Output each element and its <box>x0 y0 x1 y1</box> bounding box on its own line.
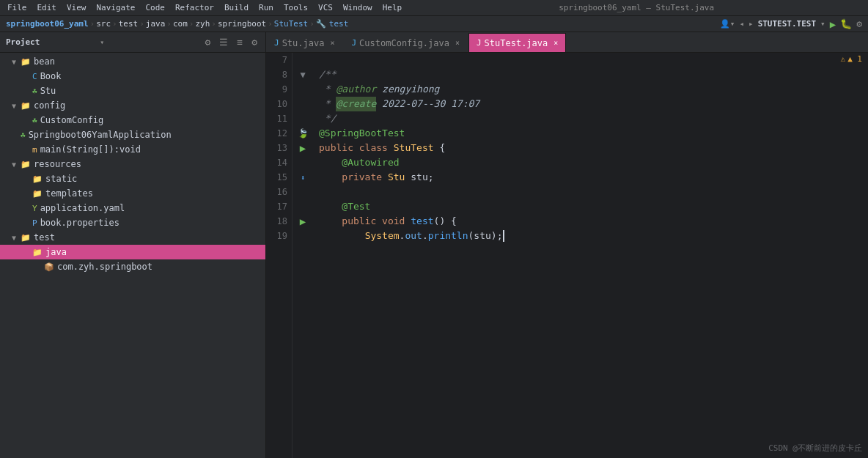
spring-gutter-icon-12: 🍃 <box>298 128 309 138</box>
vcs-icon: 👤▾ <box>720 19 735 29</box>
code-line-13: public class StuTest { <box>319 141 868 155</box>
menu-item-build[interactable]: Build <box>220 1 253 14</box>
expand-arrow-config[interactable]: ▼ <box>12 102 21 110</box>
code-line-15: private Stu stu; <box>319 170 868 185</box>
menu-item-vcs[interactable]: VCS <box>314 1 337 14</box>
menu-item-code[interactable]: Code <box>141 1 169 14</box>
tree-label-Book: Book <box>40 71 62 81</box>
project-tree: ▼📁beanCBook☘Stu▼📁config☘CustomConfig☘Spr… <box>0 53 265 458</box>
warning-icon: ⚠ <box>841 54 846 64</box>
warning-badge: ⚠ ▲ 1 <box>841 54 863 64</box>
code-line-11: */ <box>319 111 868 126</box>
tree-item-com-zyh[interactable]: 📦com.zyh.springboot <box>0 259 265 274</box>
tree-item-config[interactable]: ▼📁config <box>0 98 265 113</box>
expand-arrow-bean[interactable]: ▼ <box>12 58 21 66</box>
tree-item-application.yaml[interactable]: Yapplication.yaml <box>0 201 265 215</box>
tree-label-bean: bean <box>34 56 55 67</box>
java-icon-3: J <box>477 38 482 48</box>
tree-item-SpringApp[interactable]: ☘Springboot06YamlApplication <box>0 128 265 142</box>
tree-label-java-folder: java <box>45 247 67 257</box>
code-content[interactable]: /** * @author zengyihong * @create 2022-… <box>313 53 868 458</box>
breadcrumb-dropdown[interactable]: ▾ <box>820 19 825 29</box>
java-icon: J <box>274 38 279 48</box>
tab-customconfig-java[interactable]: J CustomConfig.java × <box>343 33 467 52</box>
menu-item-file[interactable]: File <box>3 1 32 14</box>
menu-item-edit[interactable]: Edit <box>33 1 62 14</box>
tree-item-book.properties[interactable]: Pbook.properties <box>0 215 265 230</box>
menu-item-refactor[interactable]: Refactor <box>171 1 218 14</box>
tree-item-test[interactable]: ▼📁test <box>0 230 265 245</box>
code-line-17: @Test <box>319 199 868 214</box>
tree-label-application.yaml: application.yaml <box>40 203 125 213</box>
tab-close-stutest[interactable]: × <box>553 39 558 47</box>
tree-label-com-zyh: com.zyh.springboot <box>57 262 152 272</box>
tree-label-Stu: Stu <box>40 86 56 96</box>
tab-stu-java[interactable]: J Stu.java × <box>266 33 342 52</box>
java-icon-2: J <box>351 38 356 48</box>
tree-label-SpringApp: Springboot06YamlApplication <box>29 130 172 140</box>
code-editor: 7 8 9 10 11 12 13 14 15 16 17 18 19 ▼ <box>266 53 868 458</box>
tree-item-CustomConfig[interactable]: ☘CustomConfig <box>0 113 265 128</box>
tree-item-bean[interactable]: ▼📁bean <box>0 54 265 69</box>
fold-icon[interactable]: ▼ <box>300 70 305 80</box>
tree-label-config: config <box>34 100 65 111</box>
tab-close-customconfig[interactable]: × <box>455 39 460 47</box>
sidebar-title: Project <box>6 37 95 47</box>
run-gutter-icon-18[interactable]: ▶ <box>300 215 306 227</box>
editor-tabs: J Stu.java × J CustomConfig.java × J Stu… <box>266 32 868 53</box>
tree-item-Stu[interactable]: ☘Stu <box>0 84 265 98</box>
menu-item-run[interactable]: Run <box>254 1 278 14</box>
tree-label-test: test <box>34 232 55 243</box>
breadcrumb-root[interactable]: springboot06_yaml <box>6 19 89 29</box>
tree-label-static: static <box>45 174 77 184</box>
tree-label-templates: templates <box>45 188 93 199</box>
expand-arrow-test[interactable]: ▼ <box>12 234 21 242</box>
arrow-gutter-icon-15: ⬇ <box>301 174 305 182</box>
tree-label-CustomConfig: CustomConfig <box>40 115 104 125</box>
code-line-10: * @create 2022-07--30 17:07 <box>319 97 868 111</box>
menu-bar: const pd = JSON.parse(document.getElemen… <box>0 0 868 16</box>
code-line-7 <box>319 53 868 67</box>
main-layout: Project ▾ ⚙ ☰ ≡ ⚙ ▼📁beanCBook☘Stu▼📁confi… <box>0 32 868 458</box>
settings-top[interactable]: ⚙ <box>856 18 862 29</box>
expand-arrow-resources[interactable]: ▼ <box>12 160 21 169</box>
tree-label-main: main(String[]):void <box>40 144 141 155</box>
code-line-16 <box>319 185 868 199</box>
code-line-18: public void test() { <box>319 214 868 229</box>
tree-item-java-folder[interactable]: 📁java <box>0 245 265 259</box>
navigate-back[interactable]: ◂ <box>739 19 744 29</box>
breadcrumb: springboot06_yaml › src › test › java › … <box>0 16 868 32</box>
tree-item-main[interactable]: mmain(String[]):void <box>0 142 265 157</box>
run-gutter-icon-13[interactable]: ▶ <box>300 142 306 154</box>
sidebar-collapse-icon[interactable]: ≡ <box>235 36 245 48</box>
navigate-forward[interactable]: ▸ <box>749 19 754 29</box>
sidebar-expand-icon[interactable]: ☰ <box>217 36 230 48</box>
menu-item-navigate[interactable]: Navigate <box>92 1 140 14</box>
menu-item-window[interactable]: Window <box>339 1 377 14</box>
right-panel: J Stu.java × J CustomConfig.java × J Stu… <box>266 32 868 458</box>
tree-item-templates[interactable]: 📁templates <box>0 186 265 201</box>
tree-label-book.properties: book.properties <box>40 218 119 228</box>
stutest-breadcrumb-label: STUTEST.TEST <box>758 19 816 29</box>
code-line-19: System.out.println(stu); <box>319 229 868 243</box>
menu-item-view[interactable]: View <box>62 1 91 14</box>
tree-item-Book[interactable]: CBook <box>0 69 265 84</box>
run-btn[interactable]: ▶ <box>830 18 836 30</box>
csdn-watermark: CSDN @不断前进的皮卡丘 <box>768 443 862 454</box>
tree-label-resources: resources <box>34 159 81 169</box>
line-numbers: 7 8 9 10 11 12 13 14 15 16 17 18 19 <box>266 53 293 458</box>
code-line-9: * @author zengyihong <box>319 82 868 97</box>
tab-stutest-java[interactable]: J StuTest.java × <box>468 33 566 52</box>
tab-close-stu[interactable]: × <box>330 39 334 47</box>
debug-btn[interactable]: 🐛 <box>840 18 852 29</box>
menu-item-help[interactable]: Help <box>378 1 407 14</box>
tree-item-resources[interactable]: ▼📁resources <box>0 157 265 171</box>
sidebar-settings-icon[interactable]: ⚙ <box>203 36 213 48</box>
sidebar-gear-icon[interactable]: ⚙ <box>249 36 260 48</box>
code-line-14: @Autowired <box>319 155 868 170</box>
tree-item-static[interactable]: 📁static <box>0 171 265 186</box>
sidebar-header: Project ▾ ⚙ ☰ ≡ ⚙ <box>0 32 265 53</box>
sidebar: Project ▾ ⚙ ☰ ≡ ⚙ ▼📁beanCBook☘Stu▼📁confi… <box>0 32 266 458</box>
menu-item-tools[interactable]: Tools <box>279 1 312 14</box>
code-line-8: /** <box>319 67 868 82</box>
